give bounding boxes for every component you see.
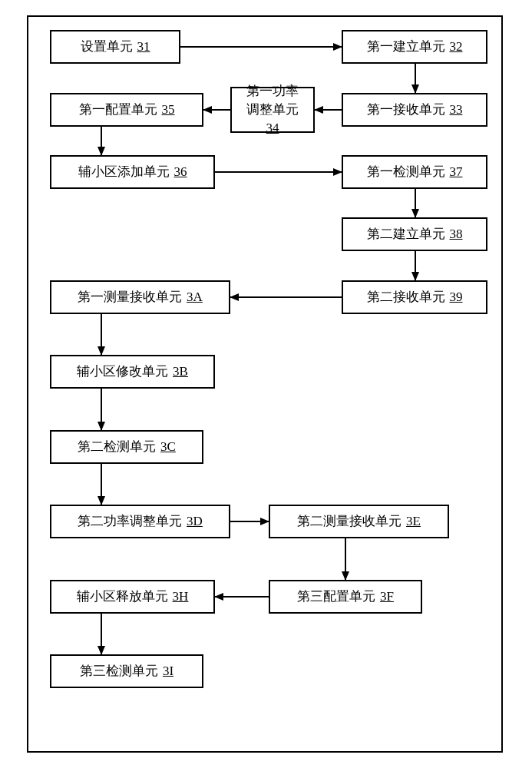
node-ref: 36 (174, 163, 187, 181)
node-scell-release-unit: 辅小区释放单元 3H (50, 580, 215, 614)
node-ref: 3D (187, 512, 203, 531)
node-ref: 3A (187, 288, 203, 306)
node-label: 第二接收单元 (367, 288, 445, 306)
node-label: 辅小区释放单元 (77, 588, 168, 606)
node-scell-add-unit: 辅小区添加单元 36 (50, 155, 215, 189)
node-label: 辅小区修改单元 (77, 362, 168, 381)
node-label: 第一检测单元 (367, 163, 445, 181)
node-scell-modify-unit: 辅小区修改单元 3B (50, 355, 215, 389)
node-first-config-unit: 第一配置单元 35 (50, 93, 203, 127)
node-label: 设置单元 (81, 38, 133, 56)
node-ref: 37 (450, 163, 463, 181)
node-label: 第一测量接收单元 (78, 288, 182, 306)
node-first-measure-receive-unit: 第一测量接收单元 3A (50, 280, 230, 314)
node-ref: 3F (380, 588, 394, 606)
node-ref: 34 (266, 121, 279, 135)
node-ref: 38 (450, 225, 463, 243)
node-setup-unit: 设置单元 31 (50, 30, 180, 64)
node-third-detect-unit: 第三检测单元 3I (50, 654, 203, 688)
node-second-detect-unit: 第二检测单元 3C (50, 430, 203, 464)
node-label: 第一配置单元 (79, 101, 157, 119)
node-second-measure-receive-unit: 第二测量接收单元 3E (269, 505, 449, 538)
node-label: 第二功率调整单元 (78, 512, 182, 531)
node-ref: 32 (450, 38, 463, 56)
node-ref: 3H (173, 588, 189, 606)
node-ref: 33 (450, 101, 463, 119)
node-first-power-adjust-unit: 第一功率调整单元 34 (230, 87, 315, 133)
node-label: 第一功率调整单元 (246, 84, 299, 117)
node-label: 辅小区添加单元 (78, 163, 170, 181)
node-third-config-unit: 第三配置单元 3F (269, 580, 422, 614)
node-second-establish-unit: 第二建立单元 38 (342, 217, 487, 251)
node-second-receive-unit: 第二接收单元 39 (342, 280, 487, 314)
node-ref: 31 (137, 38, 150, 56)
node-label: 第二测量接收单元 (297, 512, 401, 531)
node-label: 第三检测单元 (80, 662, 158, 680)
node-ref: 3E (406, 512, 421, 531)
node-label: 第二检测单元 (78, 438, 156, 456)
node-ref: 3I (163, 662, 173, 680)
node-label: 第三配置单元 (297, 588, 375, 606)
node-label: 第一接收单元 (367, 101, 445, 119)
node-ref: 35 (162, 101, 175, 119)
node-second-power-adjust-unit: 第二功率调整单元 3D (50, 505, 230, 538)
node-ref: 3C (160, 438, 176, 456)
node-ref: 3B (173, 362, 188, 381)
node-label: 第二建立单元 (367, 225, 445, 243)
node-ref: 39 (450, 288, 463, 306)
node-label: 第一建立单元 (367, 38, 445, 56)
node-first-receive-unit: 第一接收单元 33 (342, 93, 487, 127)
node-first-establish-unit: 第一建立单元 32 (342, 30, 487, 64)
node-first-detect-unit: 第一检测单元 37 (342, 155, 487, 189)
